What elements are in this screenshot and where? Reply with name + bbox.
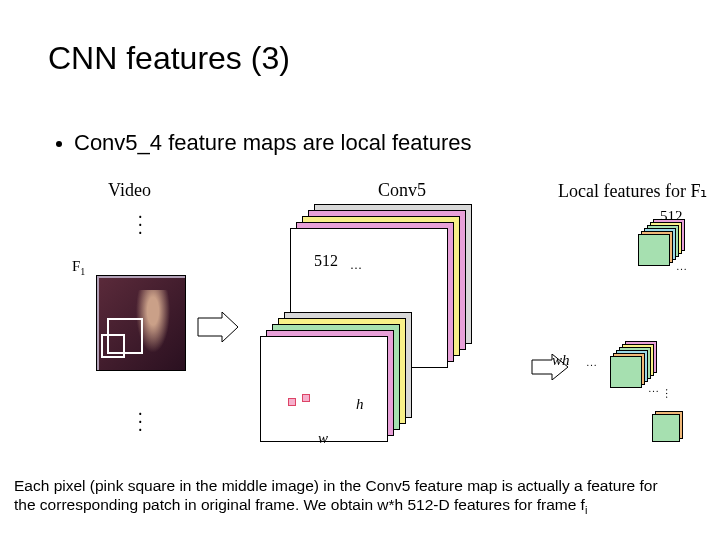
frame-label-f1: F1	[72, 258, 85, 277]
bullet-icon	[56, 141, 62, 147]
pixel-marker	[288, 398, 296, 406]
footer-line-1: Each pixel (pink square in the middle im…	[14, 477, 658, 494]
label-local-features: Local features for F₁	[558, 180, 707, 202]
ellipsis-icon: …	[676, 260, 687, 272]
label-512-depth: 512	[314, 252, 338, 270]
ellipsis-icon: …	[350, 258, 364, 273]
label-conv5: Conv5	[378, 180, 426, 201]
label-wh: wh	[552, 352, 570, 369]
feature-cube	[638, 234, 670, 266]
bullet-line: Conv5_4 feature maps are local features	[56, 130, 471, 156]
ellipsis-icon: …	[586, 356, 597, 368]
svg-marker-0	[198, 312, 238, 342]
arrow-right-icon	[196, 312, 240, 342]
pixel-marker	[302, 394, 310, 402]
label-video: Video	[108, 180, 151, 201]
ellipsis-icon: …	[648, 382, 659, 394]
footer-line-2: the corresponding patch in original fram…	[14, 496, 585, 513]
vertical-ellipsis-icon: ...	[138, 208, 143, 232]
feature-map-layer	[260, 336, 388, 442]
label-h: h	[356, 396, 364, 413]
feature-cube	[610, 356, 642, 388]
label-w: w	[318, 430, 328, 447]
bullet-text: Conv5_4 feature maps are local features	[74, 130, 471, 155]
vertical-ellipsis-icon: …	[664, 388, 676, 399]
footer-caption: Each pixel (pink square in the middle im…	[14, 476, 706, 518]
patch-outline-small	[101, 334, 125, 358]
footer-sub: i	[585, 504, 587, 516]
video-frame	[96, 275, 186, 371]
slide-title: CNN features (3)	[48, 40, 290, 77]
vertical-ellipsis-icon: ...	[138, 405, 143, 429]
feature-cube	[652, 414, 680, 442]
